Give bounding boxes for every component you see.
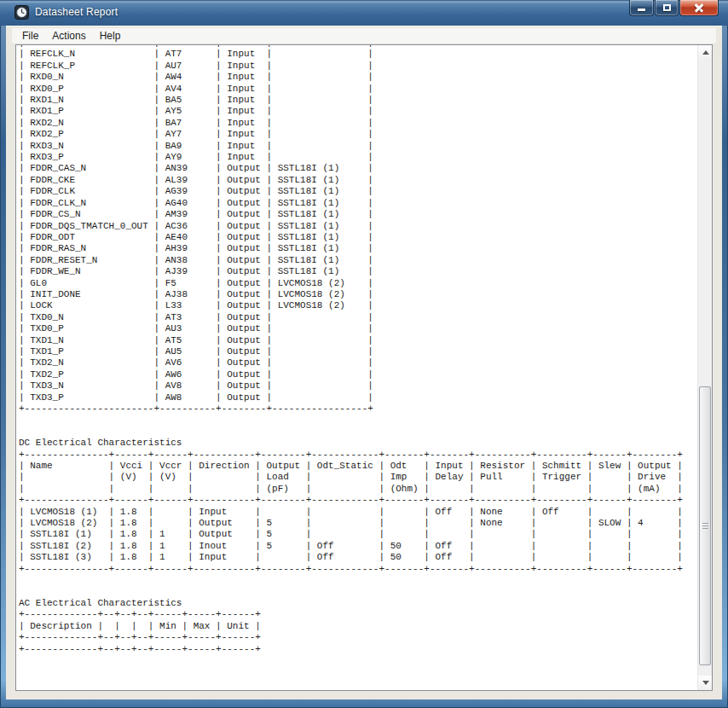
menu-bar: File Actions Help: [12, 28, 716, 44]
arrow-up-icon: [702, 50, 709, 55]
close-icon: [695, 3, 703, 12]
title-bar[interactable]: Datasheet Report: [0, 0, 728, 26]
scroll-down-button[interactable]: [698, 676, 713, 690]
datasheet-report-window: Datasheet Report File Actions Help | |: [0, 0, 728, 708]
scrollbar-thumb[interactable]: [699, 386, 711, 665]
pin-table-text: | | | | | | REFCLK_N | AT7 | Input | | |…: [19, 45, 697, 415]
report-text-content: | | | | | | REFCLK_N | AT7 | Input | | |…: [16, 45, 697, 690]
window-title: Datasheet Report: [35, 6, 118, 18]
menu-file[interactable]: File: [15, 28, 45, 44]
dc-electrical-characteristics-text: DC Electrical Characteristics +---------…: [19, 415, 697, 575]
maximize-button[interactable]: [655, 0, 679, 16]
ac-electrical-characteristics-text: AC Electrical Characteristics +---------…: [19, 575, 697, 655]
app-clock-icon: [14, 5, 29, 20]
window-controls: [628, 0, 719, 16]
maximize-icon: [663, 4, 671, 11]
minimize-button[interactable]: [629, 0, 654, 16]
menu-actions[interactable]: Actions: [45, 28, 92, 44]
client-area: File Actions Help | | | | | | REFCLK_N |…: [6, 26, 722, 699]
menu-help[interactable]: Help: [93, 28, 128, 44]
arrow-down-icon: [702, 681, 709, 685]
report-textarea[interactable]: | | | | | | REFCLK_N | AT7 | Input | | |…: [15, 44, 713, 691]
minimize-icon: [638, 9, 645, 11]
scroll-up-button[interactable]: [698, 45, 713, 60]
close-button[interactable]: [679, 0, 719, 16]
vertical-scrollbar[interactable]: [697, 45, 712, 690]
thumb-grip-icon: [702, 523, 708, 530]
